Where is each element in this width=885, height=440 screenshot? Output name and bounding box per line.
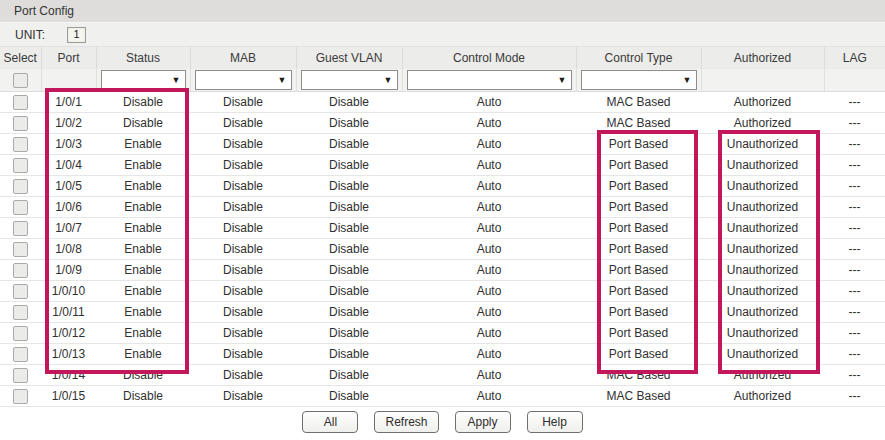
cell-control_type: Port Based: [576, 134, 701, 155]
page-title-text: Port Config: [14, 4, 74, 18]
table-row: 1/0/15DisableDisableDisableAutoMAC Based…: [0, 386, 885, 407]
cell-control_type: Port Based: [576, 197, 701, 218]
cell-port: 1/0/10: [41, 281, 96, 302]
cell-lag: ---: [824, 323, 885, 344]
unit-1-button[interactable]: 1: [67, 27, 86, 43]
cell-port: 1/0/12: [41, 323, 96, 344]
select-row-checkbox[interactable]: [13, 200, 28, 215]
cell-status: Disable: [96, 113, 190, 134]
mab-filter-dropdown[interactable]: ▼: [195, 70, 292, 90]
row-select-cell: [0, 365, 41, 386]
cell-mab: Disable: [190, 113, 296, 134]
refresh-button[interactable]: Refresh: [374, 411, 438, 433]
cell-authorized: Unauthorized: [701, 218, 824, 239]
cell-control_mode: Auto: [402, 134, 576, 155]
cell-mab: Disable: [190, 365, 296, 386]
cell-guest_vlan: Disable: [296, 344, 402, 365]
select-row-checkbox[interactable]: [13, 137, 28, 152]
table-row: 1/0/11EnableDisableDisableAutoPort Based…: [0, 302, 885, 323]
cell-lag: ---: [824, 260, 885, 281]
cell-port: 1/0/3: [41, 134, 96, 155]
control-type-filter-dropdown[interactable]: ▼: [581, 70, 697, 90]
select-row-checkbox[interactable]: [13, 179, 28, 194]
table-row: 1/0/12EnableDisableDisableAutoPort Based…: [0, 323, 885, 344]
col-header-port: Port: [41, 47, 96, 70]
cell-control_mode: Auto: [402, 323, 576, 344]
row-select-cell: [0, 344, 41, 365]
select-row-checkbox[interactable]: [13, 326, 28, 341]
cell-status: Enable: [96, 239, 190, 260]
cell-guest_vlan: Disable: [296, 386, 402, 407]
select-row-checkbox[interactable]: [13, 116, 28, 131]
cell-mab: Disable: [190, 323, 296, 344]
cell-authorized: Authorized: [701, 92, 824, 113]
col-header-guest-vlan: Guest VLAN: [296, 47, 402, 70]
cell-port: 1/0/15: [41, 386, 96, 407]
row-select-cell: [0, 281, 41, 302]
row-select-cell: [0, 113, 41, 134]
table-row: 1/0/2DisableDisableDisableAutoMAC BasedA…: [0, 113, 885, 134]
apply-button[interactable]: Apply: [455, 411, 511, 433]
cell-control_type: Port Based: [576, 218, 701, 239]
all-button[interactable]: All: [302, 411, 358, 433]
row-select-cell: [0, 176, 41, 197]
row-select-cell: [0, 386, 41, 407]
cell-status: Disable: [96, 386, 190, 407]
cell-lag: ---: [824, 344, 885, 365]
cell-lag: ---: [824, 239, 885, 260]
select-row-checkbox[interactable]: [13, 242, 28, 257]
cell-status: Enable: [96, 260, 190, 281]
cell-port: 1/0/4: [41, 155, 96, 176]
row-select-cell: [0, 155, 41, 176]
cell-control_mode: Auto: [402, 260, 576, 281]
status-filter-dropdown[interactable]: ▼: [101, 70, 186, 90]
table-row: 1/0/7EnableDisableDisableAutoPort BasedU…: [0, 218, 885, 239]
cell-guest_vlan: Disable: [296, 92, 402, 113]
select-row-checkbox[interactable]: [13, 263, 28, 278]
col-header-authorized: Authorized: [701, 47, 824, 70]
select-row-checkbox[interactable]: [13, 95, 28, 110]
cell-guest_vlan: Disable: [296, 197, 402, 218]
cell-authorized: Unauthorized: [701, 281, 824, 302]
cell-lag: ---: [824, 218, 885, 239]
cell-authorized: Unauthorized: [701, 323, 824, 344]
select-row-checkbox[interactable]: [13, 305, 28, 320]
cell-control_type: Port Based: [576, 260, 701, 281]
help-button[interactable]: Help: [527, 411, 583, 433]
cell-authorized: Unauthorized: [701, 197, 824, 218]
cell-status: Enable: [96, 218, 190, 239]
chevron-down-icon: ▼: [278, 76, 287, 85]
table-row: 1/0/1DisableDisableDisableAutoMAC BasedA…: [0, 92, 885, 113]
page-title: Port Config: [0, 0, 885, 23]
select-row-checkbox[interactable]: [13, 368, 28, 383]
select-row-checkbox[interactable]: [13, 158, 28, 173]
select-row-checkbox[interactable]: [13, 389, 28, 404]
row-select-cell: [0, 92, 41, 113]
select-row-checkbox[interactable]: [13, 221, 28, 236]
cell-lag: ---: [824, 155, 885, 176]
cell-guest_vlan: Disable: [296, 281, 402, 302]
cell-port: 1/0/14: [41, 365, 96, 386]
cell-status: Enable: [96, 134, 190, 155]
cell-status: Disable: [96, 92, 190, 113]
select-row-checkbox[interactable]: [13, 284, 28, 299]
cell-authorized: Unauthorized: [701, 134, 824, 155]
cell-status: Disable: [96, 365, 190, 386]
row-select-cell: [0, 197, 41, 218]
cell-mab: Disable: [190, 155, 296, 176]
table-row: 1/0/6EnableDisableDisableAutoPort BasedU…: [0, 197, 885, 218]
guest-vlan-filter-dropdown[interactable]: ▼: [301, 70, 398, 90]
cell-control_type: MAC Based: [576, 365, 701, 386]
cell-lag: ---: [824, 176, 885, 197]
control-mode-filter-dropdown[interactable]: ▼: [407, 70, 572, 90]
cell-control_mode: Auto: [402, 386, 576, 407]
chevron-down-icon: ▼: [172, 76, 181, 85]
cell-status: Enable: [96, 155, 190, 176]
select-all-checkbox[interactable]: [13, 73, 28, 88]
cell-control_type: Port Based: [576, 239, 701, 260]
row-select-cell: [0, 302, 41, 323]
cell-guest_vlan: Disable: [296, 176, 402, 197]
select-row-checkbox[interactable]: [13, 347, 28, 362]
cell-port: 1/0/11: [41, 302, 96, 323]
cell-mab: Disable: [190, 134, 296, 155]
